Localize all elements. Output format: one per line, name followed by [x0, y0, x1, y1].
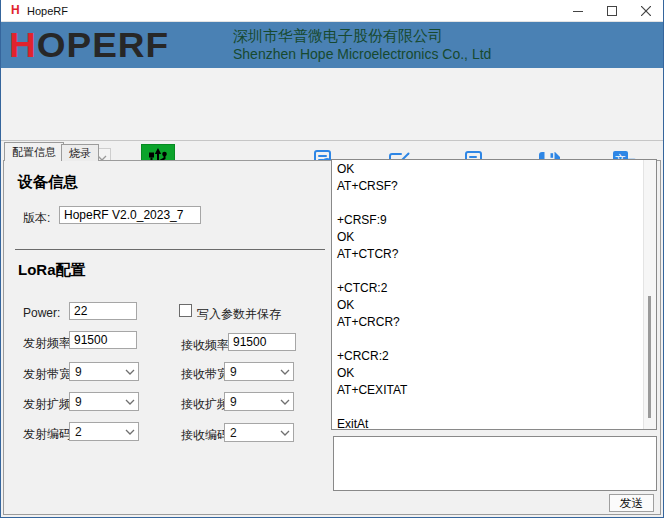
brand-header: HOPERF 深圳市华普微电子股份有限公司 Shenzhen Hope Micr… [1, 22, 663, 68]
close-icon [641, 6, 651, 16]
minimize-icon [573, 6, 583, 16]
send-button[interactable]: 发送 [609, 494, 654, 512]
rx-freq-label: 接收频率: [181, 337, 232, 354]
tx-sf-label: 发射扩频: [23, 396, 74, 413]
company-name-cn: 深圳市华普微电子股份有限公司 [233, 26, 491, 45]
logo-letter-h: H [9, 25, 37, 64]
tx-bw-label: 发射带宽: [23, 366, 74, 383]
titlebar: H HopeRF [1, 0, 663, 22]
maximize-icon [607, 6, 617, 16]
minimize-button[interactable] [561, 0, 595, 22]
scrollbar-thumb[interactable] [648, 296, 651, 418]
power-label: Power: [23, 306, 60, 320]
tx-cr-value: 2 [75, 425, 82, 439]
section-divider [15, 249, 325, 250]
company-name-block: 深圳市华普微电子股份有限公司 Shenzhen Hope Microelectr… [233, 26, 491, 64]
window-title: HopeRF [27, 5, 68, 17]
rx-cr-value: 2 [230, 426, 237, 440]
version-label: 版本: [23, 210, 50, 227]
app-icon: H [11, 3, 20, 17]
maximize-button[interactable] [595, 0, 629, 22]
rx-sf-value: 9 [230, 395, 237, 409]
tx-freq-field[interactable] [69, 331, 137, 349]
rx-cr-select[interactable]: 2 [224, 423, 294, 442]
version-field[interactable] [59, 206, 201, 224]
tab-burn[interactable]: 烧录 [61, 144, 99, 161]
chevron-down-icon [280, 398, 290, 406]
tx-sf-select[interactable]: 9 [69, 392, 139, 411]
toolbar: 端口: COM4 波特率: 115200 打开串口 [1, 68, 663, 141]
chevron-down-icon [280, 429, 290, 437]
lora-config-heading: LoRa配置 [18, 261, 86, 280]
chevron-down-icon [125, 368, 135, 376]
tx-freq-label: 发射频率: [23, 335, 74, 352]
device-info-heading: 设备信息 [18, 173, 78, 192]
app-window: H HopeRF HOPERF 深圳市华普微电子股份有限公司 Shenzhen … [0, 0, 664, 518]
close-button[interactable] [629, 0, 663, 22]
tx-cr-select[interactable]: 2 [69, 422, 139, 441]
company-name-en: Shenzhen Hope Microelectronics Co., Ltd [233, 45, 491, 64]
rx-bw-value: 9 [230, 365, 237, 379]
serial-output-text: OK AT+CRSF? +CRSF:9 OK AT+CTCR? +CTCR:2 … [332, 160, 642, 429]
rx-bw-select[interactable]: 9 [224, 362, 294, 381]
send-input[interactable] [333, 436, 657, 491]
chevron-down-icon [125, 398, 135, 406]
rx-freq-field[interactable] [228, 333, 296, 351]
hoperf-logo: HOPERF [9, 23, 169, 67]
serial-output-box[interactable]: OK AT+CRSF? +CRSF:9 OK AT+CTCR? +CTCR:2 … [331, 159, 657, 430]
chevron-down-icon [125, 428, 135, 436]
rx-sf-select[interactable]: 9 [224, 392, 294, 411]
tx-bw-select[interactable]: 9 [69, 362, 139, 381]
tx-cr-label: 发射编码: [23, 426, 74, 443]
write-save-checkbox[interactable] [179, 304, 192, 317]
tx-sf-value: 9 [75, 395, 82, 409]
tx-bw-value: 9 [75, 365, 82, 379]
power-field[interactable] [69, 302, 137, 320]
chevron-down-icon [280, 368, 290, 376]
logo-letters-rest: OPERF [37, 25, 169, 64]
terminal-scrollbar[interactable] [643, 160, 656, 429]
write-save-checkbox-label: 写入参数并保存 [197, 306, 281, 323]
tab-config-info[interactable]: 配置信息 [4, 142, 64, 161]
